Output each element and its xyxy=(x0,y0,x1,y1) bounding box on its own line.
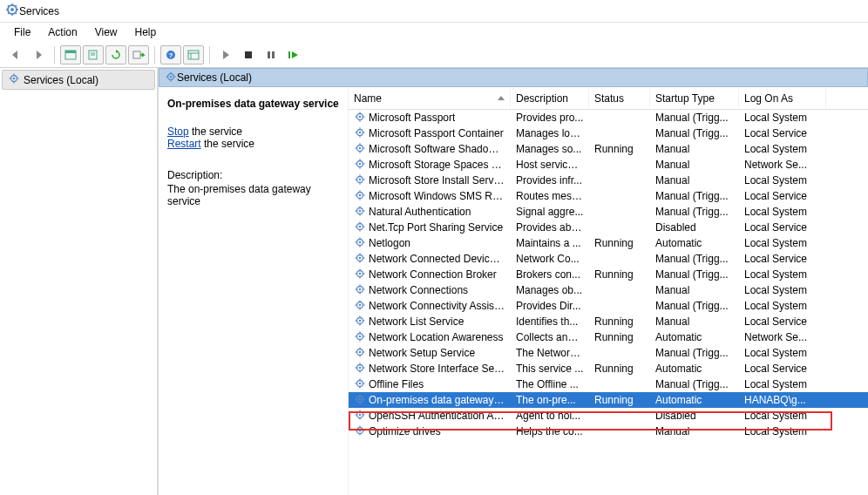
cell-startup-type: Disabled xyxy=(650,220,739,234)
table-row[interactable]: Network Store Interface Serv...This serv… xyxy=(349,361,868,376)
export-button[interactable] xyxy=(83,45,104,64)
cell-description: Provides pro... xyxy=(511,111,589,125)
table-row[interactable]: Offline FilesThe Offline ...Manual (Trig… xyxy=(349,376,868,392)
table-row[interactable]: NetlogonMaintains a ...RunningAutomaticL… xyxy=(349,235,868,251)
cell-name: Microsoft Storage Spaces S... xyxy=(349,157,511,173)
col-logon-as[interactable]: Log On As xyxy=(739,89,826,108)
cell-status xyxy=(589,195,650,197)
cell-description: Provides Dir... xyxy=(511,299,589,313)
stop-link[interactable]: Stop xyxy=(167,125,189,138)
refresh-button[interactable] xyxy=(105,45,126,64)
table-row[interactable]: Microsoft Software Shadow ...Manages so.… xyxy=(349,141,868,157)
gear-icon xyxy=(354,409,366,424)
cell-description: Collects and ... xyxy=(511,330,589,344)
cell-description: Provides abil... xyxy=(511,220,589,234)
cell-name: Net.Tcp Port Sharing Service xyxy=(349,220,511,236)
gear-icon xyxy=(354,158,366,173)
table-row[interactable]: On-premises data gateway s...The on-pre.… xyxy=(349,392,868,408)
table-row[interactable]: Microsoft PassportProvides pro...Manual … xyxy=(349,110,868,125)
cell-name: Network Connections xyxy=(349,282,511,299)
cell-name: Network Store Interface Serv... xyxy=(349,361,511,377)
cell-name: Network Connectivity Assist... xyxy=(349,298,511,315)
table-row[interactable]: OpenSSH Authentication Ag...Agent to hol… xyxy=(349,408,868,424)
cell-description: Helps the co... xyxy=(511,424,589,438)
back-button[interactable] xyxy=(5,45,26,64)
cell-status: Running xyxy=(589,236,650,250)
col-name[interactable]: Name xyxy=(349,89,511,108)
cell-name: Microsoft Windows SMS Ro... xyxy=(349,188,511,205)
cell-logon: Local Service xyxy=(739,362,826,376)
svg-rect-11 xyxy=(65,51,76,53)
gear-icon xyxy=(354,268,366,282)
help-button[interactable]: ? xyxy=(160,45,181,64)
cell-startup-type: Manual (Trigg... xyxy=(650,346,739,360)
menu-view[interactable]: View xyxy=(86,24,126,40)
cell-startup-type: Manual (Trigg... xyxy=(650,252,739,266)
cell-status: Running xyxy=(589,330,650,344)
cell-name: Microsoft Store Install Service xyxy=(349,173,511,189)
cell-logon: Local System xyxy=(739,299,826,313)
table-row[interactable]: Microsoft Windows SMS Ro...Routes mess..… xyxy=(349,188,868,204)
cell-logon: Local System xyxy=(739,377,826,391)
cell-name: Network List Service xyxy=(349,314,511,330)
gear-icon xyxy=(8,72,20,87)
cell-startup-type: Manual xyxy=(650,424,739,438)
menu-action[interactable]: Action xyxy=(39,24,85,40)
properties-button[interactable] xyxy=(60,45,81,64)
restart-button[interactable] xyxy=(283,45,304,64)
svg-point-26 xyxy=(13,78,16,80)
table-row[interactable]: Network Setup ServiceThe Network...Manua… xyxy=(349,345,868,361)
play-button[interactable] xyxy=(215,45,236,64)
table-row[interactable]: Network Location AwarenessCollects and .… xyxy=(349,329,868,345)
table-row[interactable]: Network Connected Devices ...Network Co.… xyxy=(349,251,868,267)
menu-file[interactable]: File xyxy=(5,24,39,40)
gear-icon xyxy=(354,205,366,220)
description-text: The on-premises data gateway service xyxy=(167,183,339,207)
table-row[interactable]: Natural AuthenticationSignal aggre...Man… xyxy=(349,204,868,220)
cell-logon: Local System xyxy=(739,346,826,360)
cell-name: On-premises data gateway s... xyxy=(349,392,511,409)
svg-point-56 xyxy=(359,162,362,165)
table-row[interactable]: Network ConnectionsManages ob...ManualLo… xyxy=(349,282,868,298)
tree-item-services-local[interactable]: Services (Local) xyxy=(2,70,155,90)
table-row[interactable]: Network Connectivity Assist...Provides D… xyxy=(349,298,868,314)
menu-help[interactable]: Help xyxy=(126,24,166,40)
svg-point-128 xyxy=(359,350,362,353)
cell-status xyxy=(589,132,650,134)
col-startup-type[interactable]: Startup Type xyxy=(650,89,739,108)
cell-status: Running xyxy=(589,142,650,156)
table-row[interactable]: Microsoft Storage Spaces S...Host servic… xyxy=(349,157,868,173)
table-row[interactable]: Microsoft Store Install ServiceProvides … xyxy=(349,173,868,188)
forward-button[interactable] xyxy=(28,45,49,64)
cell-startup-type: Automatic xyxy=(650,330,739,344)
cell-startup-type: Manual (Trigg... xyxy=(650,205,739,219)
cell-name: Network Setup Service xyxy=(349,345,511,362)
col-description[interactable]: Description xyxy=(511,89,589,108)
stop-button[interactable] xyxy=(238,45,259,64)
svg-point-110 xyxy=(359,303,362,306)
column-headers: Name Description Status Startup Type Log… xyxy=(349,87,868,110)
cell-status xyxy=(589,383,650,385)
restart-link[interactable]: Restart xyxy=(167,138,201,150)
cell-startup-type: Manual xyxy=(650,142,739,156)
table-row[interactable]: Optimize drivesHelps the co...ManualLoca… xyxy=(349,424,868,439)
gear-icon xyxy=(354,111,366,125)
pause-button[interactable] xyxy=(261,45,281,64)
cell-description: This service ... xyxy=(511,362,589,376)
table-row[interactable]: Network Connection BrokerBrokers con...R… xyxy=(349,267,868,282)
cell-startup-type: Manual xyxy=(650,158,739,172)
col-status[interactable]: Status xyxy=(589,89,650,108)
cell-name: Offline Files xyxy=(349,376,511,393)
cell-startup-type: Manual xyxy=(650,283,739,297)
list-button[interactable] xyxy=(183,45,204,64)
cell-status xyxy=(589,164,650,166)
action-button[interactable] xyxy=(128,45,149,64)
table-row[interactable]: Microsoft Passport ContainerManages loc.… xyxy=(349,125,868,141)
cell-logon: Local System xyxy=(739,111,826,125)
gear-icon xyxy=(354,330,366,345)
cell-logon: HANABQ\g... xyxy=(739,393,826,407)
cell-logon: Local Service xyxy=(739,315,826,329)
cell-status xyxy=(589,258,650,260)
table-row[interactable]: Net.Tcp Port Sharing ServiceProvides abi… xyxy=(349,220,868,235)
table-row[interactable]: Network List ServiceIdentifies th...Runn… xyxy=(349,314,868,329)
